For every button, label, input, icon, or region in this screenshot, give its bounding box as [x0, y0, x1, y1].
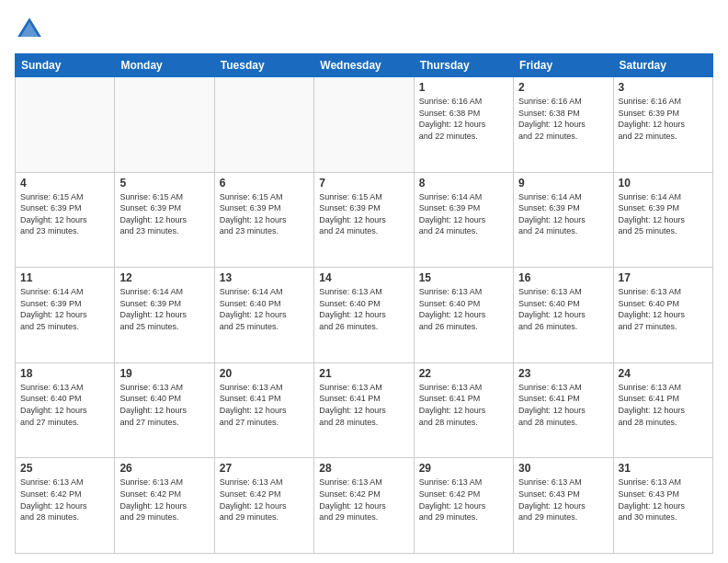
day-info: Sunrise: 6:13 AM Sunset: 6:41 PM Dayligh…	[619, 382, 708, 428]
day-cell: 14Sunrise: 6:13 AM Sunset: 6:40 PM Dayli…	[314, 268, 414, 363]
day-number: 15	[419, 271, 508, 284]
day-cell: 7Sunrise: 6:15 AM Sunset: 6:39 PM Daylig…	[314, 172, 414, 268]
day-cell	[214, 77, 313, 173]
calendar-table: SundayMondayTuesdayWednesdayThursdayFrid…	[15, 53, 713, 554]
col-header-monday: Monday	[115, 54, 214, 77]
day-number: 5	[119, 177, 209, 190]
day-cell: 3Sunrise: 6:16 AM Sunset: 6:39 PM Daylig…	[613, 77, 712, 173]
day-cell: 25Sunrise: 6:13 AM Sunset: 6:42 PM Dayli…	[16, 458, 115, 554]
day-info: Sunrise: 6:13 AM Sunset: 6:40 PM Dayligh…	[119, 382, 209, 428]
day-number: 7	[319, 177, 408, 190]
day-cell: 6Sunrise: 6:15 AM Sunset: 6:39 PM Daylig…	[214, 172, 313, 268]
day-cell: 26Sunrise: 6:13 AM Sunset: 6:42 PM Dayli…	[115, 458, 214, 554]
day-number: 31	[619, 462, 708, 475]
day-cell: 27Sunrise: 6:13 AM Sunset: 6:42 PM Dayli…	[214, 458, 313, 554]
page: SundayMondayTuesdayWednesdayThursdayFrid…	[0, 0, 728, 563]
day-info: Sunrise: 6:13 AM Sunset: 6:43 PM Dayligh…	[619, 477, 708, 523]
day-cell: 24Sunrise: 6:13 AM Sunset: 6:41 PM Dayli…	[613, 362, 712, 458]
day-info: Sunrise: 6:13 AM Sunset: 6:40 PM Dayligh…	[319, 286, 408, 332]
day-number: 30	[518, 462, 608, 475]
day-number: 6	[220, 177, 309, 190]
day-info: Sunrise: 6:13 AM Sunset: 6:40 PM Dayligh…	[518, 286, 608, 332]
day-number: 10	[619, 177, 708, 190]
day-number: 16	[518, 271, 608, 284]
day-cell: 20Sunrise: 6:13 AM Sunset: 6:41 PM Dayli…	[214, 362, 313, 458]
day-info: Sunrise: 6:13 AM Sunset: 6:40 PM Dayligh…	[619, 286, 708, 332]
day-number: 18	[20, 367, 109, 380]
day-cell: 17Sunrise: 6:13 AM Sunset: 6:40 PM Dayli…	[613, 268, 712, 363]
day-number: 4	[20, 177, 109, 190]
day-cell: 31Sunrise: 6:13 AM Sunset: 6:43 PM Dayli…	[613, 458, 712, 554]
day-cell: 8Sunrise: 6:14 AM Sunset: 6:39 PM Daylig…	[414, 172, 513, 268]
day-cell: 13Sunrise: 6:14 AM Sunset: 6:40 PM Dayli…	[214, 268, 313, 363]
day-info: Sunrise: 6:13 AM Sunset: 6:42 PM Dayligh…	[419, 477, 508, 523]
day-info: Sunrise: 6:13 AM Sunset: 6:42 PM Dayligh…	[319, 477, 408, 523]
logo	[15, 15, 48, 44]
logo-icon	[15, 15, 44, 44]
day-number: 26	[119, 462, 209, 475]
col-header-sunday: Sunday	[16, 54, 115, 77]
day-cell: 22Sunrise: 6:13 AM Sunset: 6:41 PM Dayli…	[414, 362, 513, 458]
col-header-friday: Friday	[514, 54, 613, 77]
day-info: Sunrise: 6:13 AM Sunset: 6:41 PM Dayligh…	[518, 382, 608, 428]
day-number: 17	[619, 271, 708, 284]
day-info: Sunrise: 6:14 AM Sunset: 6:39 PM Dayligh…	[20, 286, 109, 332]
day-cell: 10Sunrise: 6:14 AM Sunset: 6:39 PM Dayli…	[613, 172, 712, 268]
week-row-2: 4Sunrise: 6:15 AM Sunset: 6:39 PM Daylig…	[16, 172, 713, 268]
day-number: 13	[220, 271, 309, 284]
day-number: 27	[220, 462, 309, 475]
day-number: 19	[119, 367, 209, 380]
col-header-wednesday: Wednesday	[314, 54, 414, 77]
day-info: Sunrise: 6:14 AM Sunset: 6:39 PM Dayligh…	[119, 286, 209, 332]
day-cell: 5Sunrise: 6:15 AM Sunset: 6:39 PM Daylig…	[115, 172, 214, 268]
day-number: 28	[319, 462, 408, 475]
day-number: 11	[20, 271, 109, 284]
day-info: Sunrise: 6:14 AM Sunset: 6:39 PM Dayligh…	[419, 191, 508, 237]
day-info: Sunrise: 6:16 AM Sunset: 6:38 PM Dayligh…	[419, 96, 508, 142]
day-cell: 15Sunrise: 6:13 AM Sunset: 6:40 PM Dayli…	[414, 268, 513, 363]
day-cell	[314, 77, 414, 173]
day-info: Sunrise: 6:15 AM Sunset: 6:39 PM Dayligh…	[319, 191, 408, 237]
day-number: 21	[319, 367, 408, 380]
day-info: Sunrise: 6:13 AM Sunset: 6:42 PM Dayligh…	[119, 477, 209, 523]
day-number: 8	[419, 177, 508, 190]
day-info: Sunrise: 6:13 AM Sunset: 6:41 PM Dayligh…	[419, 382, 508, 428]
day-info: Sunrise: 6:13 AM Sunset: 6:40 PM Dayligh…	[419, 286, 508, 332]
day-info: Sunrise: 6:13 AM Sunset: 6:41 PM Dayligh…	[220, 382, 309, 428]
day-cell: 16Sunrise: 6:13 AM Sunset: 6:40 PM Dayli…	[514, 268, 613, 363]
day-info: Sunrise: 6:14 AM Sunset: 6:40 PM Dayligh…	[220, 286, 309, 332]
day-number: 14	[319, 271, 408, 284]
day-number: 2	[518, 81, 608, 94]
week-row-4: 18Sunrise: 6:13 AM Sunset: 6:40 PM Dayli…	[16, 362, 713, 458]
day-number: 9	[518, 177, 608, 190]
day-info: Sunrise: 6:14 AM Sunset: 6:39 PM Dayligh…	[619, 191, 708, 237]
day-info: Sunrise: 6:15 AM Sunset: 6:39 PM Dayligh…	[119, 191, 209, 237]
day-info: Sunrise: 6:16 AM Sunset: 6:39 PM Dayligh…	[619, 96, 708, 142]
day-cell: 12Sunrise: 6:14 AM Sunset: 6:39 PM Dayli…	[115, 268, 214, 363]
header	[15, 15, 713, 44]
day-info: Sunrise: 6:16 AM Sunset: 6:38 PM Dayligh…	[518, 96, 608, 142]
calendar-header-row: SundayMondayTuesdayWednesdayThursdayFrid…	[16, 54, 713, 77]
day-cell: 29Sunrise: 6:13 AM Sunset: 6:42 PM Dayli…	[414, 458, 513, 554]
day-info: Sunrise: 6:15 AM Sunset: 6:39 PM Dayligh…	[20, 191, 109, 237]
day-cell	[16, 77, 115, 173]
col-header-thursday: Thursday	[414, 54, 513, 77]
day-info: Sunrise: 6:14 AM Sunset: 6:39 PM Dayligh…	[518, 191, 608, 237]
day-number: 29	[419, 462, 508, 475]
day-cell: 4Sunrise: 6:15 AM Sunset: 6:39 PM Daylig…	[16, 172, 115, 268]
day-cell: 21Sunrise: 6:13 AM Sunset: 6:41 PM Dayli…	[314, 362, 414, 458]
col-header-saturday: Saturday	[613, 54, 712, 77]
week-row-3: 11Sunrise: 6:14 AM Sunset: 6:39 PM Dayli…	[16, 268, 713, 363]
day-info: Sunrise: 6:13 AM Sunset: 6:43 PM Dayligh…	[518, 477, 608, 523]
day-cell: 18Sunrise: 6:13 AM Sunset: 6:40 PM Dayli…	[16, 362, 115, 458]
day-info: Sunrise: 6:13 AM Sunset: 6:40 PM Dayligh…	[20, 382, 109, 428]
day-number: 23	[518, 367, 608, 380]
day-cell: 2Sunrise: 6:16 AM Sunset: 6:38 PM Daylig…	[514, 77, 613, 173]
week-row-5: 25Sunrise: 6:13 AM Sunset: 6:42 PM Dayli…	[16, 458, 713, 554]
day-cell: 1Sunrise: 6:16 AM Sunset: 6:38 PM Daylig…	[414, 77, 513, 173]
day-cell: 28Sunrise: 6:13 AM Sunset: 6:42 PM Dayli…	[314, 458, 414, 554]
day-number: 24	[619, 367, 708, 380]
col-header-tuesday: Tuesday	[214, 54, 313, 77]
week-row-1: 1Sunrise: 6:16 AM Sunset: 6:38 PM Daylig…	[16, 77, 713, 173]
day-cell: 30Sunrise: 6:13 AM Sunset: 6:43 PM Dayli…	[514, 458, 613, 554]
